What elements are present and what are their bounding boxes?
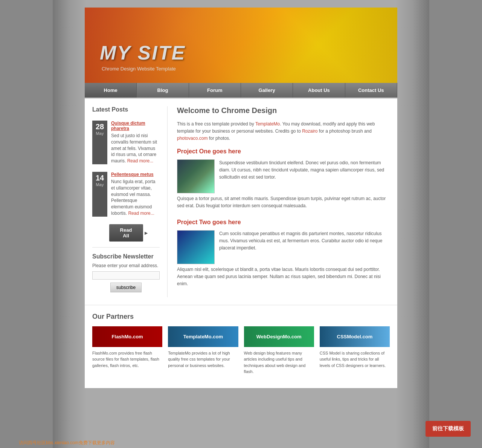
partner-4: CSSModel.com CSS Model is sharing collec… (320, 326, 390, 375)
post-text-1: Sed ut justo id nisi convallis fermentum… (111, 133, 160, 164)
partner-2: TemplateMo.com TemplateMo provides a lot… (168, 326, 238, 375)
site-title: MY SITE (100, 41, 186, 64)
read-all-button[interactable]: Read All (109, 224, 143, 242)
newsletter-title: Subscribe Newsletter (92, 253, 160, 260)
site-subtitle: Chrome Design Website Template (102, 66, 176, 72)
rozairo-link[interactable]: Rozairo (302, 128, 317, 134)
intro-text: This is a free css template provided by … (177, 121, 390, 142)
nav-contactus[interactable]: Contact Us (345, 83, 397, 98)
photovaco-link[interactable]: photovaco.com (177, 136, 207, 141)
post-date-box-1: 28 May (92, 121, 107, 164)
partner-3-banner: WebDesignMo.com (244, 326, 314, 347)
project-1-title: Project One goes here (177, 148, 390, 155)
project-2-image (177, 230, 215, 264)
post-title-1[interactable]: Quisque dictum pharetra (111, 121, 160, 131)
templatemo-link[interactable]: TemplateMo (255, 121, 280, 127)
partner-4-banner: CSSModel.com (320, 326, 390, 347)
nav-blog[interactable]: Blog (137, 83, 189, 98)
project-1-text2: Quisque a tortor purus, sit amet mollis … (177, 195, 390, 209)
nav-forum[interactable]: Forum (189, 83, 241, 98)
partner-3: WebDesignMo.com Web design blog features… (244, 326, 314, 375)
newsletter-text: Please enter your email address. (92, 263, 160, 268)
project-2-text2: Aliquam nisl elit, scelerisque ut blandi… (177, 266, 390, 288)
nav-gallery[interactable]: Gallery (241, 83, 293, 98)
partners-title: Our Partners (92, 313, 390, 321)
sidebar: Latest Posts 28 May Quisque dictum phare… (92, 106, 168, 297)
project-1-image (177, 159, 215, 193)
project-1: Project One goes here Suspendisse vestib… (177, 148, 390, 209)
post-title-2[interactable]: Pellentesque metus (111, 172, 160, 177)
partners-section: Our Partners FlashMo.com FlashMo.com pro… (85, 305, 397, 388)
main-nav: Home Blog Forum Gallery About Us Contact… (85, 83, 397, 98)
watermark: 访问四号社区bbs.xieniao.com免费下载更多内容 (19, 440, 115, 446)
partner-4-text: CSS Model is sharing collections of usef… (320, 350, 390, 369)
partner-3-text: Web design blog features many articles i… (244, 350, 314, 375)
partner-1-text: FlashMo.com provides free flash source f… (92, 350, 162, 369)
post-day-1: 28 (94, 122, 106, 131)
project-2-title: Project Two goes here (177, 219, 390, 226)
partner-1: FlashMo.com FlashMo.com provides free fl… (92, 326, 162, 375)
sidebar-divider-1 (92, 247, 160, 248)
main-content: Welcome to Chrome Design This is a free … (168, 106, 390, 297)
latest-posts-title: Latest Posts (92, 106, 160, 115)
newsletter-email-input[interactable] (92, 271, 160, 280)
read-more-1[interactable]: Read more... (127, 158, 153, 164)
subscribe-button[interactable]: subscribe (110, 283, 142, 292)
post-item-1: 28 May Quisque dictum pharetra Sed ut ju… (92, 121, 160, 164)
post-item-2: 14 May Pellentesque metus Nunc ligula er… (92, 172, 160, 217)
read-more-2[interactable]: Read more... (128, 211, 154, 216)
post-month-1: May (94, 131, 106, 136)
post-content-2: Pellentesque metus Nunc ligula erat, por… (111, 172, 160, 217)
post-month-2: May (94, 182, 106, 187)
nav-home[interactable]: Home (85, 83, 137, 98)
post-date-box-2: 14 May (92, 172, 107, 217)
content-wrapper: Latest Posts 28 May Quisque dictum phare… (85, 98, 397, 305)
post-content-1: Quisque dictum pharetra Sed ut justo id … (111, 121, 160, 164)
partner-1-banner: FlashMo.com (92, 326, 162, 347)
main-title: Welcome to Chrome Design (177, 106, 390, 115)
project-2: Project Two goes here Cum sociis natoque… (177, 219, 390, 288)
partner-2-banner: TemplateMo.com (168, 326, 238, 347)
nav-aboutus[interactable]: About Us (293, 83, 345, 98)
download-button[interactable]: 前往下载模板 (426, 421, 471, 437)
partners-grid: FlashMo.com FlashMo.com provides free fl… (92, 326, 390, 375)
site-header: MY SITE Chrome Design Website Template (85, 8, 397, 83)
post-text-2: Nunc ligula erat, porta et ullamcorper v… (111, 179, 160, 217)
post-day-2: 14 (94, 173, 106, 182)
partner-2-text: TemplateMo provides a lot of high qualit… (168, 350, 238, 369)
